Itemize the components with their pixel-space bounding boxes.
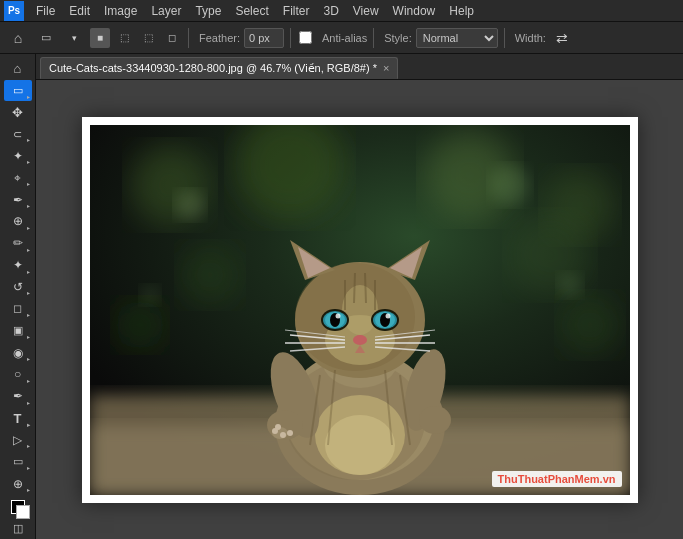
tool-arrow17: ▸ (27, 464, 30, 471)
menu-bar: Ps File Edit Image Layer Type Select Fil… (0, 0, 683, 22)
tool-arrow2: ▸ (27, 136, 30, 143)
tool-shape3[interactable]: ⬚ (138, 28, 158, 48)
eyedropper-btn[interactable]: ✒ ▸ (4, 189, 32, 210)
menu-layer[interactable]: Layer (145, 2, 187, 20)
tab-bar: Cute-Cats-cats-33440930-1280-800.jpg @ 4… (36, 54, 683, 80)
tool-arrow16: ▸ (27, 442, 30, 449)
marquee-tool-btn[interactable]: ▭ ▸ (4, 80, 32, 101)
gradient-btn[interactable]: ▣ ▸ (4, 320, 32, 341)
image-content (90, 125, 630, 495)
tool-shape2[interactable]: ⬚ (114, 28, 134, 48)
menu-type[interactable]: Type (189, 2, 227, 20)
svg-point-15 (325, 415, 395, 475)
svg-point-38 (335, 313, 340, 318)
menu-window[interactable]: Window (387, 2, 442, 20)
tool-arrow10: ▸ (27, 311, 30, 318)
tool-arrow14: ▸ (27, 399, 30, 406)
svg-line-56 (365, 273, 366, 303)
eraser-btn[interactable]: ◻ ▸ (4, 298, 32, 319)
feather-label: Feather: (199, 32, 240, 44)
tool-arrow3: ▸ (27, 158, 30, 165)
move-tool-btn[interactable]: ✥ (4, 102, 32, 123)
tool-arrow18: ▸ (27, 486, 30, 493)
swap-button[interactable]: ⇄ (550, 26, 574, 50)
tool-arrow15: ▸ (27, 421, 30, 428)
canvas-area: Cute-Cats-cats-33440930-1280-800.jpg @ 4… (36, 54, 683, 539)
tool-arrow13: ▸ (27, 377, 30, 384)
svg-point-64 (558, 273, 582, 297)
document-tab[interactable]: Cute-Cats-cats-33440930-1280-800.jpg @ 4… (40, 57, 398, 79)
svg-point-22 (275, 424, 281, 430)
menu-filter[interactable]: Filter (277, 2, 316, 20)
menu-help[interactable]: Help (443, 2, 480, 20)
antialias-label: Anti-alias (322, 32, 367, 44)
tab-close-button[interactable]: × (383, 63, 389, 74)
svg-point-24 (419, 406, 451, 434)
healing-btn[interactable]: ⊕ ▸ (4, 211, 32, 232)
svg-point-8 (560, 295, 620, 355)
dodge-btn[interactable]: ○ ▸ (4, 364, 32, 385)
menu-3d[interactable]: 3D (317, 2, 344, 20)
tool-arrow6: ▸ (27, 224, 30, 231)
tool-arrow12: ▸ (27, 355, 30, 362)
svg-point-65 (140, 285, 160, 305)
cat-image: ThuThuatPhanMem.vn (90, 125, 630, 495)
shape-btn[interactable]: ▭ ▸ (4, 451, 32, 472)
lasso-tool-btn[interactable]: ⊂ ▸ (4, 124, 32, 145)
svg-point-20 (280, 432, 286, 438)
zoom-btn[interactable]: ⊕ ▸ (4, 473, 32, 494)
pen-btn[interactable]: ✒ ▸ (4, 386, 32, 407)
svg-point-44 (353, 335, 367, 345)
separator4 (504, 28, 505, 48)
brush-btn[interactable]: ✏ ▸ (4, 233, 32, 254)
separator1 (188, 28, 189, 48)
home-tool-btn[interactable]: ⌂ (4, 58, 32, 79)
clone-btn[interactable]: ✦ ▸ (4, 255, 32, 276)
svg-point-63 (490, 165, 530, 205)
antialias-checkbox[interactable] (299, 31, 312, 44)
style-select[interactable]: Normal Fixed Ratio Fixed Size (416, 28, 498, 48)
blur-btn[interactable]: ◉ ▸ (4, 342, 32, 363)
foreground-color-btn[interactable] (4, 496, 32, 517)
svg-point-43 (385, 313, 390, 318)
tool-shape1[interactable]: ■ (90, 28, 110, 48)
svg-point-7 (115, 300, 165, 350)
options-toolbar: ⌂ ▭ ▾ ■ ⬚ ⬚ ◻ Feather: Anti-alias Style:… (0, 22, 683, 54)
magic-wand-btn[interactable]: ✦ ▸ (4, 145, 32, 166)
home-button[interactable]: ⌂ (6, 26, 30, 50)
tool-shape4[interactable]: ◻ (162, 28, 182, 48)
left-toolbar: ⌂ ▭ ▸ ✥ ⊂ ▸ ✦ ▸ ⌖ ▸ ✒ ▸ ⊕ ▸ ✏ ▸ (0, 54, 36, 539)
separator2 (290, 28, 291, 48)
marquee-options-button[interactable]: ▾ (62, 26, 86, 50)
style-label: Style: (384, 32, 412, 44)
feather-input[interactable] (244, 28, 284, 48)
menu-file[interactable]: File (30, 2, 61, 20)
marquee-rect-button[interactable]: ▭ (34, 26, 58, 50)
main-area: ⌂ ▭ ▸ ✥ ⊂ ▸ ✦ ▸ ⌖ ▸ ✒ ▸ ⊕ ▸ ✏ ▸ (0, 54, 683, 539)
tool-arrow8: ▸ (27, 268, 30, 275)
menu-edit[interactable]: Edit (63, 2, 96, 20)
svg-line-55 (354, 273, 355, 303)
tool-arrow11: ▸ (27, 333, 30, 340)
menu-image[interactable]: Image (98, 2, 143, 20)
crop-tool-btn[interactable]: ⌖ ▸ (4, 167, 32, 188)
ps-logo: Ps (4, 1, 24, 21)
tool-arrow5: ▸ (27, 202, 30, 209)
tool-arrow4: ▸ (27, 180, 30, 187)
svg-point-21 (287, 430, 293, 436)
menu-select[interactable]: Select (229, 2, 274, 20)
canvas-frame: ThuThuatPhanMem.vn (82, 117, 638, 503)
width-label: Width: (515, 32, 546, 44)
separator3 (373, 28, 374, 48)
tool-arrow7: ▸ (27, 246, 30, 253)
menu-view[interactable]: View (347, 2, 385, 20)
tab-title: Cute-Cats-cats-33440930-1280-800.jpg @ 4… (49, 62, 377, 75)
history-brush-btn[interactable]: ↺ ▸ (4, 277, 32, 298)
type-btn[interactable]: T ▸ (4, 408, 32, 429)
canvas-viewport: ThuThuatPhanMem.vn (36, 80, 683, 539)
svg-point-5 (180, 245, 240, 305)
tool-arrow9: ▸ (27, 289, 30, 296)
path-select-btn[interactable]: ▷ ▸ (4, 430, 32, 451)
quick-mask-btn[interactable]: ◫ (4, 518, 32, 539)
svg-point-62 (175, 190, 205, 220)
